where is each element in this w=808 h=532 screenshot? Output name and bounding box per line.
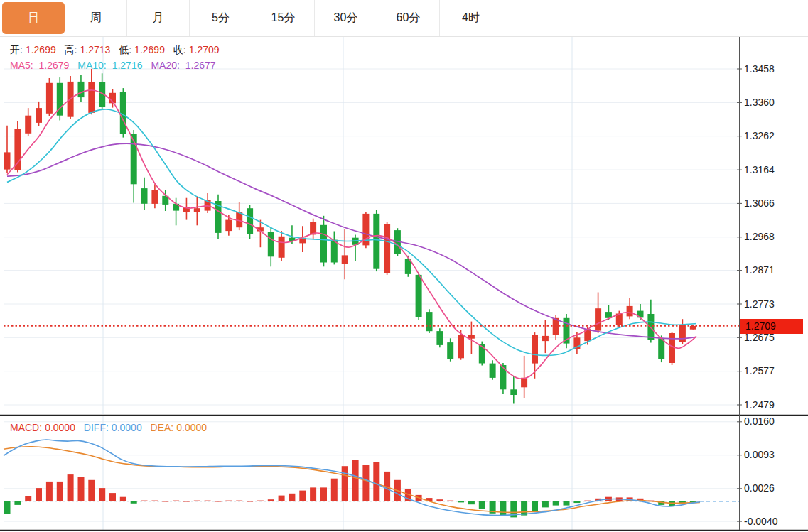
svg-text:1.3164: 1.3164 <box>744 164 775 175</box>
candles-layer <box>4 69 696 404</box>
dea-line <box>4 447 700 513</box>
kline-chart-window: 1.34581.33601.32621.31641.30661.29681.28… <box>0 0 808 532</box>
tab-60min[interactable]: 60分 <box>377 0 440 36</box>
ma10-line <box>7 109 696 355</box>
diff-line <box>4 440 700 516</box>
svg-text:1.3066: 1.3066 <box>744 197 775 209</box>
tab-4hour[interactable]: 4时 <box>440 0 502 36</box>
tab-day[interactable]: 日 <box>2 2 65 34</box>
timeframe-tab-bar: 日 周 月 5分 15分 30分 60分 4时 <box>0 0 808 37</box>
svg-text:-0.0040: -0.0040 <box>744 516 778 527</box>
svg-text:1.2968: 1.2968 <box>744 231 775 242</box>
svg-text:1.3262: 1.3262 <box>744 130 775 141</box>
svg-text:1.2773: 1.2773 <box>744 298 775 310</box>
svg-text:0.0093: 0.0093 <box>744 449 775 460</box>
svg-text:1.2479: 1.2479 <box>744 399 775 411</box>
chart-canvas[interactable]: 1.34581.33601.32621.31641.30661.29681.28… <box>0 0 808 532</box>
current-price-badge: 1.2709 <box>740 319 803 334</box>
tab-5min[interactable]: 5分 <box>190 0 252 36</box>
ma5-line <box>7 90 696 379</box>
svg-text:1.3360: 1.3360 <box>744 97 775 108</box>
tab-30min[interactable]: 30分 <box>315 0 377 36</box>
tab-week[interactable]: 周 <box>65 0 127 36</box>
y-axis-labels: 1.34581.33601.32621.31641.30661.29681.28… <box>737 63 778 527</box>
tab-month[interactable]: 月 <box>127 0 190 36</box>
svg-text:1.3458: 1.3458 <box>744 63 775 75</box>
svg-text:1.2871: 1.2871 <box>744 264 775 276</box>
svg-text:0.0160: 0.0160 <box>744 416 775 427</box>
tab-15min[interactable]: 15分 <box>252 0 315 36</box>
svg-text:0.0026: 0.0026 <box>744 482 775 494</box>
svg-text:1.2577: 1.2577 <box>744 365 775 376</box>
